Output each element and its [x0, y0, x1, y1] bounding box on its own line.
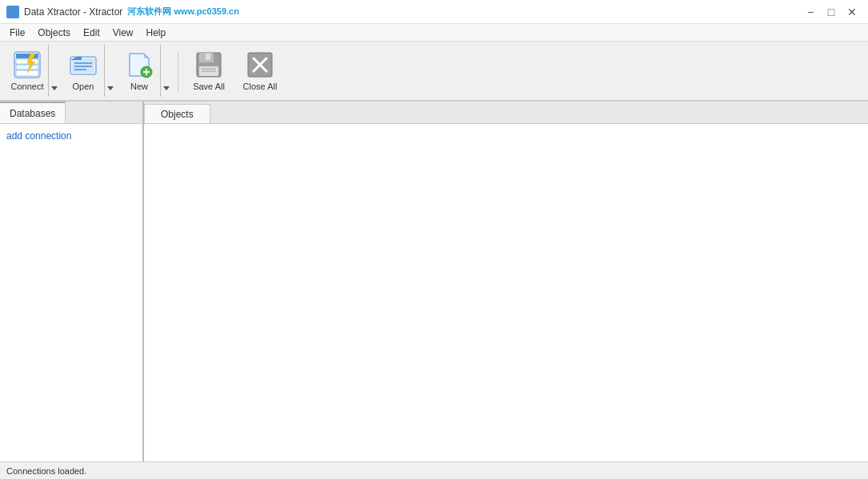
open-button-group: Open — [62, 45, 115, 97]
title-bar: Data Xtractor - Xtractor 河东软件网 www.pc035… — [0, 0, 868, 24]
new-button-group: New — [118, 45, 171, 97]
new-label: New — [130, 82, 148, 91]
close-all-button[interactable]: Close All — [236, 45, 284, 97]
chevron-down-icon — [51, 86, 58, 90]
window-controls: − □ ✕ — [801, 2, 862, 22]
menu-objects[interactable]: Objects — [31, 26, 77, 40]
connect-button[interactable]: Connect — [6, 45, 48, 97]
toolbar-separator — [178, 51, 178, 91]
close-button[interactable]: ✕ — [842, 2, 862, 22]
new-button[interactable]: New — [118, 45, 160, 97]
objects-tab[interactable]: Objects — [144, 104, 210, 123]
menu-file[interactable]: File — [3, 26, 31, 40]
new-icon — [125, 50, 154, 79]
menu-view[interactable]: View — [106, 26, 140, 40]
svg-rect-16 — [206, 54, 210, 60]
title-bar-left: Data Xtractor - Xtractor 河东软件网 www.pc035… — [6, 6, 239, 18]
right-panel: Objects — [144, 102, 868, 461]
menu-edit[interactable]: Edit — [77, 26, 106, 40]
objects-tab-bar: Objects — [144, 102, 868, 124]
toolbar: Connect Open — [0, 42, 868, 102]
app-icon — [6, 6, 19, 18]
chevron-down-icon — [107, 86, 114, 90]
new-dropdown[interactable] — [160, 45, 171, 97]
save-all-label: Save All — [193, 82, 225, 91]
add-connection-link[interactable]: add connection — [6, 130, 71, 142]
databases-panel-content: add connection — [0, 124, 142, 461]
connect-label: Connect — [11, 82, 44, 91]
chevron-down-icon — [163, 86, 170, 90]
close-all-icon — [246, 50, 274, 79]
open-dropdown[interactable] — [104, 45, 115, 97]
left-panel: Databases add connection — [0, 102, 144, 461]
status-text: Connections loaded. — [6, 466, 86, 476]
maximize-button[interactable]: □ — [822, 2, 841, 22]
open-label: Open — [73, 82, 94, 91]
minimize-button[interactable]: − — [801, 2, 820, 22]
open-button[interactable]: Open — [62, 45, 104, 97]
open-icon — [69, 50, 98, 79]
watermark: 河东软件网 www.pc0359.cn — [127, 6, 239, 18]
menu-bar: File Objects Edit View Help — [0, 24, 868, 42]
svg-rect-7 — [72, 58, 94, 73]
save-all-button[interactable]: Save All — [185, 45, 233, 97]
svg-rect-4 — [16, 70, 38, 76]
menu-help[interactable]: Help — [140, 26, 173, 40]
save-all-icon — [194, 50, 223, 79]
svg-rect-3 — [16, 65, 38, 70]
databases-tab[interactable]: Databases — [0, 102, 66, 123]
close-all-label: Close All — [243, 82, 278, 91]
connect-dropdown[interactable] — [48, 45, 59, 97]
connect-icon — [13, 50, 42, 79]
connect-button-group: Connect — [6, 45, 59, 97]
databases-tab-bar: Databases — [0, 102, 142, 124]
app-title: Data Xtractor - Xtractor — [24, 6, 122, 18]
status-bar: Connections loaded. — [0, 461, 868, 479]
main-content: Databases add connection Objects — [0, 102, 868, 461]
objects-content — [144, 124, 868, 461]
